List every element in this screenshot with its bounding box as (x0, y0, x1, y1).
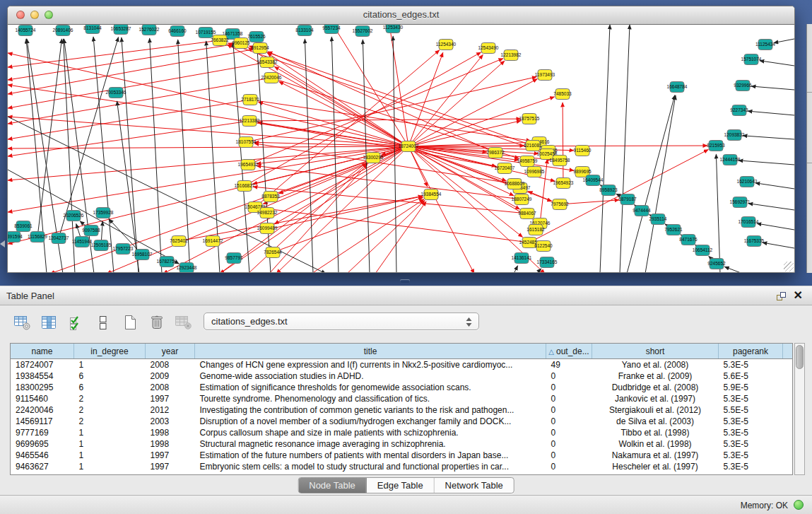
graph-node[interactable]: 6216081 (524, 141, 542, 151)
table-cell[interactable]: 5.3E-5 (719, 427, 783, 438)
table-cell[interactable]: 0 (546, 382, 592, 393)
table-cell[interactable]: 6 (74, 370, 146, 382)
graph-node[interactable]: 12213982 (501, 50, 522, 61)
delete-column-icon[interactable] (147, 313, 166, 332)
graph-node[interactable]: 12543490 (478, 43, 499, 54)
graph-node[interactable]: 6122540 (534, 241, 553, 252)
table-cell[interactable]: Yano et al. (2008) (592, 359, 719, 371)
table-cell[interactable]: 0 (546, 393, 592, 404)
graph-node[interactable]: 17359928 (93, 208, 114, 218)
column-header-short[interactable]: short (592, 344, 719, 359)
table-cell[interactable]: 1 (74, 461, 146, 472)
graph-node[interactable]: 12444158 (720, 155, 741, 165)
table-cell[interactable]: 9777169 (11, 427, 74, 438)
graph-node[interactable]: 14136141 (512, 253, 532, 264)
table-cell[interactable]: Hescheler et al. (1997) (592, 461, 719, 472)
graph-node[interactable]: 11451944 (72, 237, 93, 247)
graph-node[interactable]: 16543382 (257, 57, 278, 68)
table-cell[interactable]: 0 (546, 416, 592, 427)
table-cell[interactable]: Estimation of the future numbers of pati… (195, 450, 546, 461)
graph-node[interactable]: 15527602 (353, 26, 373, 37)
table-cell[interactable]: 2008 (146, 382, 195, 393)
table-cell[interactable]: 9465546 (11, 450, 74, 461)
new-column-icon[interactable] (120, 313, 139, 332)
table-cell[interactable]: 0 (546, 427, 592, 438)
graph-node[interactable]: 18300295 (363, 153, 384, 163)
table-cell[interactable]: 1 (74, 427, 146, 438)
graph-node[interactable]: 11973493 (535, 70, 555, 81)
table-cell[interactable]: 9115460 (11, 393, 74, 404)
graph-node[interactable]: 9960125 (232, 38, 250, 49)
graph-node[interactable]: 1615182 (526, 225, 545, 235)
window-titlebar[interactable]: citations_edges.txt (8, 6, 794, 25)
graph-node[interactable]: 9474444 (632, 206, 651, 216)
graph-node[interactable]: 10654112 (693, 245, 713, 256)
graph-node[interactable]: 7986372 (486, 148, 505, 158)
graph-node[interactable]: 16648784 (667, 82, 688, 93)
graph-node[interactable]: 9391594 (8, 232, 23, 243)
clear-selection-icon[interactable] (93, 313, 112, 332)
table-cell[interactable]: Jankovic et al. (1997) (592, 393, 719, 404)
graph-node[interactable]: 15751074 (741, 54, 762, 65)
table-cell[interactable]: 1997 (146, 393, 195, 404)
graph-node[interactable]: 6466160 (168, 26, 187, 37)
graph-node[interactable]: 18757515 (519, 114, 540, 124)
graph-node[interactable]: 14055724 (16, 25, 36, 36)
graph-node[interactable]: 8878353 (261, 192, 280, 202)
column-header-pagerank[interactable]: pagerank (719, 344, 783, 359)
graph-node[interactable]: 11125434 (755, 40, 775, 50)
window-resize-grip[interactable] (784, 262, 794, 271)
table-scrollbar[interactable] (794, 343, 805, 475)
graph-node[interactable]: 8539061 (14, 221, 33, 232)
graph-node[interactable]: 12042737 (49, 233, 69, 244)
table-cell[interactable]: 18724007 (11, 359, 74, 371)
graph-node[interactable]: 7826544 (264, 247, 282, 258)
column-header-in_degree[interactable]: in_degree (74, 344, 146, 359)
table-cell[interactable]: 2003 (146, 416, 195, 427)
graph-node[interactable]: 9115460 (574, 146, 592, 156)
graph-node[interactable]: 7615526 (247, 32, 266, 42)
table-cell[interactable]: Embryonic stem cells: a model to study s… (195, 461, 546, 472)
table-cell[interactable]: 1998 (146, 427, 195, 438)
table-cell[interactable]: 1 (74, 359, 146, 371)
scrollbar-thumb[interactable] (796, 345, 804, 369)
table-cell[interactable]: 5.5E-5 (719, 404, 783, 416)
table-options-icon[interactable] (13, 313, 32, 332)
graph-node[interactable]: 11156829 (28, 232, 47, 243)
table-cell[interactable]: Nakamura et al. (1997) (592, 450, 719, 461)
column-header-name[interactable]: name (11, 344, 74, 359)
column-header-title[interactable]: title (195, 344, 546, 359)
graph-node[interactable]: 19384554 (421, 189, 442, 200)
graph-node[interactable]: 9227343 (730, 105, 748, 116)
graph-node[interactable]: 18807249 (512, 194, 532, 205)
show-columns-icon[interactable] (40, 313, 59, 332)
table-cell[interactable]: 5.3E-5 (719, 450, 783, 461)
table-cell[interactable]: de Silva et al. (2003) (592, 416, 719, 427)
graph-node[interactable]: 10996985 (524, 167, 545, 177)
table-cell[interactable]: Tourette syndrome. Phenomenology and cla… (195, 393, 546, 404)
table-cell[interactable]: 2009 (146, 370, 195, 382)
table-cell[interactable]: 0 (546, 404, 592, 416)
table-cell[interactable]: 1 (74, 450, 146, 461)
table-cell[interactable]: 5.3E-5 (719, 438, 783, 450)
graph-node[interactable]: 8131044 (83, 25, 102, 34)
table-cell[interactable]: 0 (546, 370, 592, 382)
table-row[interactable]: 1456911722003Disruption of a novel membe… (11, 416, 792, 427)
table-cell[interactable]: 1997 (146, 450, 195, 461)
table-cell[interactable]: Stergiakouli et al. (2012) (592, 404, 719, 416)
tab-node-table[interactable]: Node Table (298, 478, 367, 493)
table-cell[interactable]: 5.3E-5 (719, 359, 783, 371)
graph-node[interactable]: 16210643 (737, 177, 758, 187)
table-cell[interactable]: Structural magnetic resonance image aver… (195, 438, 546, 450)
table-cell[interactable]: Dudbridge et al. (2008) (592, 382, 719, 393)
table-cell[interactable]: 5.6E-5 (719, 370, 783, 382)
table-cell[interactable]: 1997 (146, 461, 195, 472)
graph-node[interactable]: 15276022 (139, 25, 160, 35)
table-cell[interactable]: 0 (546, 438, 592, 450)
table-cell[interactable]: Wolkin et al. (1998) (592, 438, 719, 450)
graph-node[interactable]: 7952621 (664, 225, 683, 235)
graph-node[interactable]: 16720407 (495, 163, 515, 174)
graph-node[interactable]: 14982232 (257, 208, 278, 218)
table-cell[interactable]: 49 (546, 359, 592, 371)
graph-node[interactable]: 18495758 (550, 156, 570, 166)
